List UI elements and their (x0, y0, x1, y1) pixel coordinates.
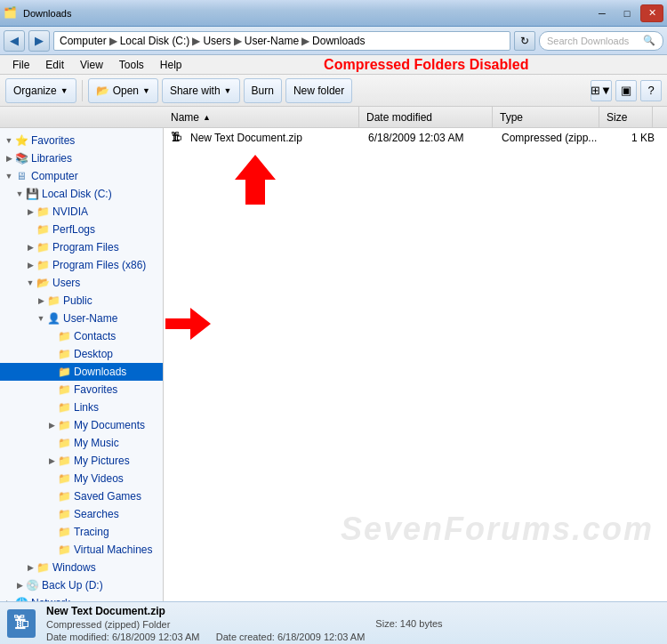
sidebar-item-searches[interactable]: 📁 Searches (0, 505, 163, 523)
computer-icon: 🖥 (14, 169, 28, 183)
new-folder-button[interactable]: New folder (285, 78, 352, 103)
path-downloads: Downloads (312, 35, 365, 47)
search-icon[interactable]: 🔍 (643, 35, 655, 46)
sidebar-item-tracing[interactable]: 📁 Tracing (0, 523, 163, 541)
path-sep-2: ▶ (192, 35, 200, 47)
nvidia-icon: 📁 (36, 205, 50, 219)
burn-label: Burn (252, 85, 274, 97)
status-dates: Date modified: 6/18/2009 12:03 AM Date c… (46, 632, 365, 642)
sidebar-item-mydocs[interactable]: ▶ 📁 My Documents (0, 416, 163, 434)
sidebar-item-users[interactable]: ▼ 📂 Users (0, 274, 163, 292)
close-button[interactable]: ✕ (640, 4, 663, 22)
help-button[interactable]: ? (640, 80, 662, 101)
status-type-label: Compressed (zipped) Folder (46, 619, 170, 630)
searches-label: Searches (74, 508, 119, 520)
sidebar-item-links[interactable]: 📁 Links (0, 398, 163, 416)
network-icon: 🌐 (14, 596, 28, 601)
desktop-label: Desktop (74, 348, 113, 360)
sidebar-item-local-disk[interactable]: ▼ 💾 Local Disk (C:) (0, 185, 163, 203)
menu-bar: File Edit View Tools Help Compressed Fol… (0, 55, 667, 75)
burn-button[interactable]: Burn (244, 78, 282, 103)
backup-expand-icon: ▶ (14, 581, 25, 590)
new-folder-label: New folder (293, 85, 344, 97)
path-sep-1: ▶ (109, 35, 117, 47)
username-label: User-Name (63, 312, 117, 325)
col-type[interactable]: Type (493, 107, 599, 127)
sidebar-item-fav-sub[interactable]: 📁 Favorites (0, 381, 163, 398)
view-toggle-button[interactable]: ⊞▼ (591, 80, 612, 101)
mydocs-expand-icon: ▶ (46, 421, 57, 430)
sidebar-item-favorites-group[interactable]: ▼ ⭐ Favorites (0, 132, 163, 149)
col-name[interactable]: Name ▲ (164, 107, 359, 127)
sidebar-item-desktop[interactable]: 📁 Desktop (0, 345, 163, 363)
file-list: 🗜 New Text Document.zip 6/18/2009 12:03 … (164, 128, 667, 601)
search-placeholder: Search Downloads (547, 36, 629, 46)
status-file-type: Compressed (zipped) Folder (46, 619, 365, 630)
maximize-button[interactable]: □ (615, 4, 639, 22)
favorites-icon: ⭐ (14, 133, 28, 148)
minimize-button[interactable]: ─ (591, 4, 614, 22)
search-box[interactable]: Search Downloads 🔍 (539, 31, 663, 51)
file-row-zip[interactable]: 🗜 New Text Document.zip 6/18/2009 12:03 … (164, 128, 667, 148)
vms-label: Virtual Machines (74, 543, 153, 556)
open-icon: 📂 (96, 85, 109, 97)
perflogs-label: PerfLogs (52, 223, 95, 236)
preview-pane-button[interactable]: ▣ (615, 80, 637, 101)
pf-icon: 📁 (36, 240, 50, 254)
nvidia-label: NVIDIA (52, 205, 88, 218)
sidebar-item-contacts[interactable]: 📁 Contacts (0, 327, 163, 345)
address-path[interactable]: Computer ▶ Local Disk (C:) ▶ Users ▶ Use… (53, 31, 510, 51)
sidebar-item-savedgames[interactable]: 📁 Saved Games (0, 487, 163, 505)
menu-tools[interactable]: Tools (112, 57, 151, 73)
sidebar-item-downloads[interactable]: 📁 Downloads (0, 363, 163, 381)
sidebar-item-public[interactable]: ▶ 📁 Public (0, 292, 163, 310)
localdisk-expand-icon: ▼ (14, 189, 25, 198)
sidebar-item-mymusic[interactable]: 📁 My Music (0, 434, 163, 452)
myvideos-label: My Videos (74, 472, 124, 485)
sidebar-item-backup[interactable]: ▶ 💿 Back Up (D:) (0, 576, 163, 594)
menu-view[interactable]: View (73, 57, 110, 73)
mymusic-label: My Music (74, 437, 119, 449)
sidebar-item-nvidia[interactable]: ▶ 📁 NVIDIA (0, 203, 163, 221)
organize-label: Organize (13, 85, 57, 97)
sidebar-item-windows[interactable]: ▶ 📁 Windows (0, 559, 163, 576)
pfx86-label: Program Files (x86) (52, 259, 146, 271)
sidebar-item-program-files[interactable]: ▶ 📁 Program Files (0, 238, 163, 256)
share-with-button[interactable]: Share with ▼ (162, 78, 240, 103)
sidebar-item-program-files-x86[interactable]: ▶ 📁 Program Files (x86) (0, 256, 163, 274)
organize-button[interactable]: Organize ▼ (5, 78, 76, 103)
sidebar-item-computer[interactable]: ▼ 🖥 Computer (0, 167, 163, 185)
col-size[interactable]: Size (599, 107, 653, 127)
windows-expand-icon: ▶ (25, 563, 36, 572)
sidebar-item-vms[interactable]: 📁 Virtual Machines (0, 541, 163, 559)
sidebar-item-mypictures[interactable]: ▶ 📁 My Pictures (0, 452, 163, 470)
zip-file-icon: 🗜 (171, 131, 185, 145)
savedgames-icon: 📁 (57, 489, 71, 503)
favorites-label: Favorites (31, 134, 75, 147)
username-expand-icon: ▼ (36, 314, 46, 323)
col-date[interactable]: Date modified (359, 107, 493, 127)
menu-help[interactable]: Help (153, 57, 189, 73)
open-button[interactable]: 📂 Open ▼ (88, 78, 158, 103)
mydocs-label: My Documents (74, 419, 145, 431)
menu-file[interactable]: File (5, 57, 36, 73)
back-button[interactable]: ◀ (4, 30, 25, 52)
mypics-icon: 📁 (57, 454, 71, 468)
share-arrow: ▼ (224, 86, 232, 95)
arrow-left-indicator (164, 306, 213, 344)
svg-marker-0 (235, 155, 276, 205)
sidebar-item-perflogs[interactable]: 📁 PerfLogs (0, 221, 163, 238)
sidebar-item-myvideos[interactable]: 📁 My Videos (0, 470, 163, 487)
sidebar-item-username[interactable]: ▼ 👤 User-Name (0, 310, 163, 327)
sidebar-item-libraries[interactable]: ▶ 📚 Libraries (0, 149, 163, 167)
sidebar-item-network[interactable]: ▶ 🌐 Network (0, 594, 163, 601)
forward-button[interactable]: ▶ (28, 30, 50, 52)
refresh-button[interactable]: ↻ (514, 31, 535, 51)
tracing-label: Tracing (74, 526, 109, 538)
mydocs-icon: 📁 (57, 418, 71, 432)
menu-edit[interactable]: Edit (38, 57, 71, 73)
status-info: New Text Document.zip Compressed (zipped… (46, 605, 365, 642)
users-icon: 📂 (36, 276, 50, 290)
perflogs-icon: 📁 (36, 222, 50, 237)
toolbar: Organize ▼ 📂 Open ▼ Share with ▼ Burn Ne… (0, 75, 667, 107)
